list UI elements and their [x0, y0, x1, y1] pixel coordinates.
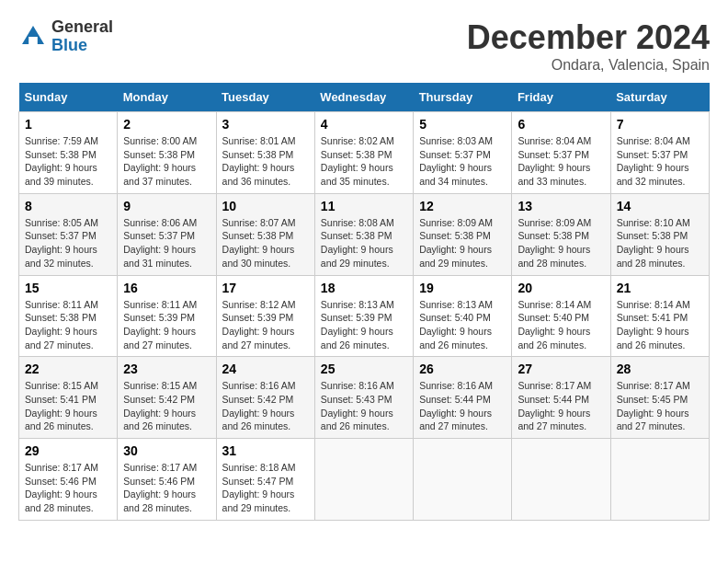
day-cell-14: 14Sunrise: 8:10 AM Sunset: 5:38 PM Dayli… [610, 193, 709, 275]
page-header: General Blue December 2024 Ondara, Valen… [18, 18, 710, 74]
day-cell-22: 22Sunrise: 8:15 AM Sunset: 5:41 PM Dayli… [19, 357, 118, 439]
day-number: 31 [222, 443, 309, 458]
calendar-table: SundayMondayTuesdayWednesdayThursdayFrid… [18, 83, 710, 521]
day-cell-4: 4Sunrise: 8:02 AM Sunset: 5:38 PM Daylig… [314, 112, 413, 194]
calendar-week-1: 1Sunrise: 7:59 AM Sunset: 5:38 PM Daylig… [19, 112, 710, 194]
header-cell-sunday: Sunday [19, 83, 118, 112]
day-cell-24: 24Sunrise: 8:16 AM Sunset: 5:42 PM Dayli… [216, 357, 314, 439]
day-number: 3 [222, 117, 309, 132]
day-cell-15: 15Sunrise: 8:11 AM Sunset: 5:38 PM Dayli… [19, 275, 118, 357]
day-number: 30 [123, 443, 210, 458]
day-number: 2 [123, 117, 210, 132]
day-number: 17 [222, 281, 309, 295]
calendar-week-2: 8Sunrise: 8:05 AM Sunset: 5:37 PM Daylig… [19, 193, 710, 275]
day-info: Sunrise: 8:17 AM Sunset: 5:44 PM Dayligh… [518, 379, 604, 433]
day-cell-17: 17Sunrise: 8:12 AM Sunset: 5:39 PM Dayli… [216, 275, 314, 357]
day-number: 21 [617, 281, 703, 295]
day-cell-6: 6Sunrise: 8:04 AM Sunset: 5:37 PM Daylig… [512, 112, 610, 194]
day-number: 14 [617, 199, 703, 213]
empty-cell [610, 439, 709, 521]
day-cell-23: 23Sunrise: 8:15 AM Sunset: 5:42 PM Dayli… [118, 357, 216, 439]
logo: General Blue [18, 18, 113, 55]
day-info: Sunrise: 8:16 AM Sunset: 5:44 PM Dayligh… [419, 379, 506, 433]
day-number: 13 [518, 199, 604, 213]
day-number: 8 [25, 199, 111, 213]
calendar-week-4: 22Sunrise: 8:15 AM Sunset: 5:41 PM Dayli… [19, 357, 710, 439]
day-info: Sunrise: 8:10 AM Sunset: 5:38 PM Dayligh… [617, 216, 703, 270]
day-cell-8: 8Sunrise: 8:05 AM Sunset: 5:37 PM Daylig… [19, 193, 118, 275]
day-cell-1: 1Sunrise: 7:59 AM Sunset: 5:38 PM Daylig… [19, 112, 118, 194]
day-info: Sunrise: 8:17 AM Sunset: 5:46 PM Dayligh… [123, 461, 210, 515]
day-number: 18 [321, 281, 407, 295]
day-number: 24 [222, 362, 309, 376]
day-number: 22 [25, 362, 111, 376]
day-info: Sunrise: 7:59 AM Sunset: 5:38 PM Dayligh… [25, 134, 111, 189]
header-cell-saturday: Saturday [610, 83, 709, 112]
day-info: Sunrise: 8:14 AM Sunset: 5:41 PM Dayligh… [617, 298, 703, 352]
day-info: Sunrise: 8:18 AM Sunset: 5:47 PM Dayligh… [222, 461, 309, 515]
day-number: 11 [321, 199, 407, 213]
day-cell-12: 12Sunrise: 8:09 AM Sunset: 5:38 PM Dayli… [414, 193, 512, 275]
day-cell-11: 11Sunrise: 8:08 AM Sunset: 5:38 PM Dayli… [314, 193, 413, 275]
day-number: 28 [617, 362, 703, 376]
day-cell-21: 21Sunrise: 8:14 AM Sunset: 5:41 PM Dayli… [610, 275, 709, 357]
day-cell-31: 31Sunrise: 8:18 AM Sunset: 5:47 PM Dayli… [216, 439, 314, 521]
day-number: 7 [617, 117, 703, 132]
svg-rect-1 [28, 37, 38, 44]
day-number: 16 [123, 281, 210, 295]
day-number: 12 [419, 199, 506, 213]
day-info: Sunrise: 8:16 AM Sunset: 5:43 PM Dayligh… [321, 379, 407, 433]
day-cell-19: 19Sunrise: 8:13 AM Sunset: 5:40 PM Dayli… [414, 275, 512, 357]
day-info: Sunrise: 8:13 AM Sunset: 5:40 PM Dayligh… [419, 298, 506, 352]
day-info: Sunrise: 8:17 AM Sunset: 5:45 PM Dayligh… [617, 379, 703, 433]
header-row: SundayMondayTuesdayWednesdayThursdayFrid… [19, 83, 710, 112]
day-info: Sunrise: 8:12 AM Sunset: 5:39 PM Dayligh… [222, 298, 309, 352]
day-info: Sunrise: 8:11 AM Sunset: 5:38 PM Dayligh… [25, 298, 111, 352]
day-number: 20 [518, 281, 604, 295]
day-info: Sunrise: 8:03 AM Sunset: 5:37 PM Dayligh… [419, 134, 506, 189]
day-info: Sunrise: 8:08 AM Sunset: 5:38 PM Dayligh… [321, 216, 407, 270]
day-info: Sunrise: 8:16 AM Sunset: 5:42 PM Dayligh… [222, 379, 309, 433]
day-cell-20: 20Sunrise: 8:14 AM Sunset: 5:40 PM Dayli… [512, 275, 610, 357]
day-cell-13: 13Sunrise: 8:09 AM Sunset: 5:38 PM Dayli… [512, 193, 610, 275]
calendar-week-5: 29Sunrise: 8:17 AM Sunset: 5:46 PM Dayli… [19, 439, 710, 521]
day-info: Sunrise: 8:14 AM Sunset: 5:40 PM Dayligh… [518, 298, 604, 352]
day-info: Sunrise: 8:09 AM Sunset: 5:38 PM Dayligh… [518, 216, 604, 270]
day-number: 29 [25, 443, 111, 458]
title-block: December 2024 Ondara, Valencia, Spain [467, 18, 710, 74]
day-cell-29: 29Sunrise: 8:17 AM Sunset: 5:46 PM Dayli… [19, 439, 118, 521]
day-cell-16: 16Sunrise: 8:11 AM Sunset: 5:39 PM Dayli… [118, 275, 216, 357]
day-cell-25: 25Sunrise: 8:16 AM Sunset: 5:43 PM Dayli… [314, 357, 413, 439]
day-info: Sunrise: 8:02 AM Sunset: 5:38 PM Dayligh… [321, 134, 407, 189]
day-info: Sunrise: 8:09 AM Sunset: 5:38 PM Dayligh… [419, 216, 506, 270]
day-info: Sunrise: 8:05 AM Sunset: 5:37 PM Dayligh… [25, 216, 111, 270]
day-number: 9 [123, 199, 210, 213]
day-info: Sunrise: 8:15 AM Sunset: 5:42 PM Dayligh… [123, 379, 210, 433]
logo-blue-text: Blue [51, 36, 87, 54]
day-cell-27: 27Sunrise: 8:17 AM Sunset: 5:44 PM Dayli… [512, 357, 610, 439]
empty-cell [512, 439, 610, 521]
day-number: 27 [518, 362, 604, 376]
day-number: 6 [518, 117, 604, 132]
calendar-week-3: 15Sunrise: 8:11 AM Sunset: 5:38 PM Dayli… [19, 275, 710, 357]
header-cell-monday: Monday [118, 83, 216, 112]
day-cell-7: 7Sunrise: 8:04 AM Sunset: 5:37 PM Daylig… [610, 112, 709, 194]
day-cell-18: 18Sunrise: 8:13 AM Sunset: 5:39 PM Dayli… [314, 275, 413, 357]
day-cell-2: 2Sunrise: 8:00 AM Sunset: 5:38 PM Daylig… [118, 112, 216, 194]
logo-icon [18, 22, 48, 52]
empty-cell [314, 439, 413, 521]
day-cell-5: 5Sunrise: 8:03 AM Sunset: 5:37 PM Daylig… [414, 112, 512, 194]
day-info: Sunrise: 8:00 AM Sunset: 5:38 PM Dayligh… [123, 134, 210, 189]
day-info: Sunrise: 8:04 AM Sunset: 5:37 PM Dayligh… [518, 134, 604, 189]
day-number: 25 [321, 362, 407, 376]
header-cell-wednesday: Wednesday [314, 83, 413, 112]
day-number: 5 [419, 117, 506, 132]
month-title: December 2024 [467, 18, 710, 57]
calendar-header: SundayMondayTuesdayWednesdayThursdayFrid… [19, 83, 710, 112]
header-cell-tuesday: Tuesday [216, 83, 314, 112]
logo-general-text: General [51, 17, 113, 36]
day-cell-30: 30Sunrise: 8:17 AM Sunset: 5:46 PM Dayli… [118, 439, 216, 521]
location: Ondara, Valencia, Spain [467, 57, 710, 74]
day-info: Sunrise: 8:15 AM Sunset: 5:41 PM Dayligh… [25, 379, 111, 433]
header-cell-thursday: Thursday [414, 83, 512, 112]
